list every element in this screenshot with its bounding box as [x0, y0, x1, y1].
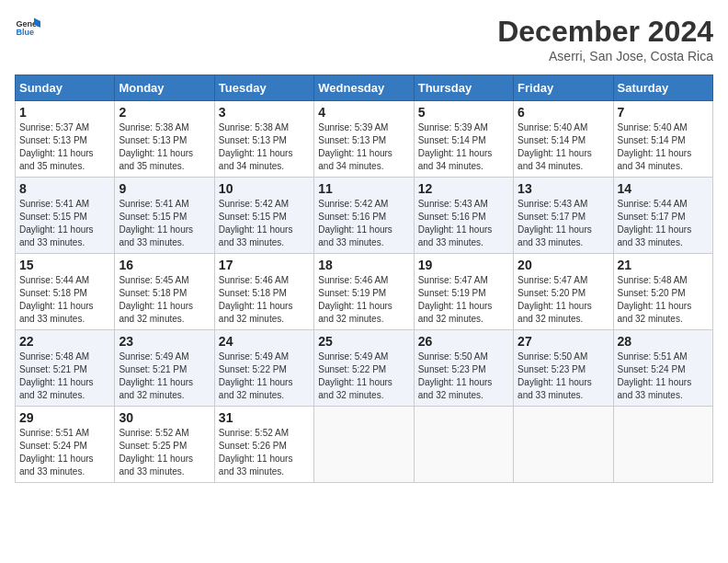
day-info: Sunrise: 5:46 AM Sunset: 5:18 PM Dayligh…: [219, 274, 310, 326]
day-number: 24: [219, 334, 310, 349]
day-number: 27: [518, 334, 609, 349]
calendar-cell: 22Sunrise: 5:48 AM Sunset: 5:21 PM Dayli…: [16, 330, 115, 407]
day-number: 3: [219, 105, 310, 120]
day-number: 17: [219, 258, 310, 272]
calendar-cell: 10Sunrise: 5:42 AM Sunset: 5:15 PM Dayli…: [214, 178, 313, 254]
month-title: December 2024: [497, 15, 713, 49]
day-number: 8: [19, 181, 110, 196]
calendar-cell: 30Sunrise: 5:52 AM Sunset: 5:25 PM Dayli…: [115, 407, 214, 483]
location-subtitle: Aserri, San Jose, Costa Rica: [497, 49, 713, 63]
day-number: 19: [418, 258, 509, 272]
day-number: 13: [518, 181, 609, 196]
calendar-row: 8Sunrise: 5:41 AM Sunset: 5:15 PM Daylig…: [16, 178, 713, 254]
page-header: General Blue December 2024 Aserri, San J…: [15, 15, 713, 63]
day-info: Sunrise: 5:38 AM Sunset: 5:13 PM Dayligh…: [219, 121, 310, 173]
logo: General Blue: [15, 15, 40, 40]
day-info: Sunrise: 5:39 AM Sunset: 5:14 PM Dayligh…: [418, 121, 509, 173]
calendar-cell: 26Sunrise: 5:50 AM Sunset: 5:23 PM Dayli…: [414, 330, 513, 407]
day-number: 12: [418, 181, 509, 196]
day-number: 23: [119, 334, 210, 349]
calendar-cell: 13Sunrise: 5:43 AM Sunset: 5:17 PM Dayli…: [514, 178, 613, 254]
calendar-row: 1Sunrise: 5:37 AM Sunset: 5:13 PM Daylig…: [16, 101, 713, 178]
calendar-cell: 4Sunrise: 5:39 AM Sunset: 5:13 PM Daylig…: [314, 101, 414, 178]
day-number: 25: [318, 334, 409, 349]
day-info: Sunrise: 5:40 AM Sunset: 5:14 PM Dayligh…: [618, 121, 709, 173]
calendar-cell: 16Sunrise: 5:45 AM Sunset: 5:18 PM Dayli…: [115, 254, 214, 330]
day-number: 1: [19, 105, 110, 120]
calendar-cell: 7Sunrise: 5:40 AM Sunset: 5:14 PM Daylig…: [613, 101, 712, 178]
day-info: Sunrise: 5:49 AM Sunset: 5:21 PM Dayligh…: [119, 350, 210, 402]
day-info: Sunrise: 5:44 AM Sunset: 5:18 PM Dayligh…: [19, 274, 110, 326]
calendar-table: SundayMondayTuesdayWednesdayThursdayFrid…: [15, 75, 713, 483]
title-block: December 2024 Aserri, San Jose, Costa Ri…: [497, 15, 713, 63]
day-number: 29: [19, 410, 110, 425]
day-info: Sunrise: 5:45 AM Sunset: 5:18 PM Dayligh…: [119, 274, 210, 326]
day-info: Sunrise: 5:48 AM Sunset: 5:20 PM Dayligh…: [618, 274, 709, 326]
header-day: Saturday: [613, 75, 712, 101]
calendar-cell: 14Sunrise: 5:44 AM Sunset: 5:17 PM Dayli…: [613, 178, 712, 254]
calendar-cell: 17Sunrise: 5:46 AM Sunset: 5:18 PM Dayli…: [214, 254, 313, 330]
calendar-cell: [414, 407, 513, 483]
calendar-cell: 28Sunrise: 5:51 AM Sunset: 5:24 PM Dayli…: [613, 330, 712, 407]
day-number: 2: [119, 105, 210, 120]
day-info: Sunrise: 5:46 AM Sunset: 5:19 PM Dayligh…: [318, 274, 409, 326]
calendar-cell: 25Sunrise: 5:49 AM Sunset: 5:22 PM Dayli…: [314, 330, 414, 407]
day-info: Sunrise: 5:40 AM Sunset: 5:14 PM Dayligh…: [518, 121, 609, 173]
day-number: 30: [119, 410, 210, 425]
calendar-cell: 11Sunrise: 5:42 AM Sunset: 5:16 PM Dayli…: [314, 178, 414, 254]
day-number: 14: [618, 181, 709, 196]
calendar-cell: 3Sunrise: 5:38 AM Sunset: 5:13 PM Daylig…: [214, 101, 313, 178]
day-info: Sunrise: 5:52 AM Sunset: 5:26 PM Dayligh…: [219, 427, 310, 478]
day-number: 22: [19, 334, 110, 349]
calendar-row: 29Sunrise: 5:51 AM Sunset: 5:24 PM Dayli…: [16, 407, 713, 483]
day-info: Sunrise: 5:43 AM Sunset: 5:16 PM Dayligh…: [418, 198, 509, 249]
day-info: Sunrise: 5:38 AM Sunset: 5:13 PM Dayligh…: [119, 121, 210, 173]
header-day: Sunday: [16, 75, 115, 101]
day-number: 18: [318, 258, 409, 272]
calendar-cell: 27Sunrise: 5:50 AM Sunset: 5:23 PM Dayli…: [514, 330, 613, 407]
calendar-cell: 9Sunrise: 5:41 AM Sunset: 5:15 PM Daylig…: [115, 178, 214, 254]
day-number: 28: [618, 334, 709, 349]
day-info: Sunrise: 5:44 AM Sunset: 5:17 PM Dayligh…: [618, 198, 709, 249]
day-number: 6: [518, 105, 609, 120]
day-info: Sunrise: 5:42 AM Sunset: 5:15 PM Dayligh…: [219, 198, 310, 249]
day-info: Sunrise: 5:48 AM Sunset: 5:21 PM Dayligh…: [19, 350, 110, 402]
day-info: Sunrise: 5:50 AM Sunset: 5:23 PM Dayligh…: [418, 350, 509, 402]
day-number: 21: [618, 258, 709, 272]
calendar-cell: 8Sunrise: 5:41 AM Sunset: 5:15 PM Daylig…: [16, 178, 115, 254]
day-info: Sunrise: 5:52 AM Sunset: 5:25 PM Dayligh…: [119, 427, 210, 478]
day-info: Sunrise: 5:41 AM Sunset: 5:15 PM Dayligh…: [19, 198, 110, 249]
day-number: 31: [219, 410, 310, 425]
calendar-cell: 2Sunrise: 5:38 AM Sunset: 5:13 PM Daylig…: [115, 101, 214, 178]
calendar-cell: 6Sunrise: 5:40 AM Sunset: 5:14 PM Daylig…: [514, 101, 613, 178]
day-number: 9: [119, 181, 210, 196]
header-day: Monday: [115, 75, 214, 101]
header-day: Tuesday: [214, 75, 313, 101]
header-day: Wednesday: [314, 75, 414, 101]
day-info: Sunrise: 5:50 AM Sunset: 5:23 PM Dayligh…: [518, 350, 609, 402]
day-number: 11: [318, 181, 409, 196]
calendar-cell: 19Sunrise: 5:47 AM Sunset: 5:19 PM Dayli…: [414, 254, 513, 330]
day-info: Sunrise: 5:47 AM Sunset: 5:19 PM Dayligh…: [418, 274, 509, 326]
day-number: 7: [618, 105, 709, 120]
calendar-cell: 31Sunrise: 5:52 AM Sunset: 5:26 PM Dayli…: [214, 407, 313, 483]
header-row: SundayMondayTuesdayWednesdayThursdayFrid…: [16, 75, 713, 101]
calendar-cell: 12Sunrise: 5:43 AM Sunset: 5:16 PM Dayli…: [414, 178, 513, 254]
day-info: Sunrise: 5:39 AM Sunset: 5:13 PM Dayligh…: [318, 121, 409, 173]
calendar-cell: 5Sunrise: 5:39 AM Sunset: 5:14 PM Daylig…: [414, 101, 513, 178]
calendar-cell: 24Sunrise: 5:49 AM Sunset: 5:22 PM Dayli…: [214, 330, 313, 407]
calendar-cell: 15Sunrise: 5:44 AM Sunset: 5:18 PM Dayli…: [16, 254, 115, 330]
calendar-cell: 21Sunrise: 5:48 AM Sunset: 5:20 PM Dayli…: [613, 254, 712, 330]
calendar-row: 15Sunrise: 5:44 AM Sunset: 5:18 PM Dayli…: [16, 254, 713, 330]
day-number: 5: [418, 105, 509, 120]
svg-text:Blue: Blue: [16, 28, 34, 37]
calendar-cell: 23Sunrise: 5:49 AM Sunset: 5:21 PM Dayli…: [115, 330, 214, 407]
day-number: 15: [19, 258, 110, 272]
calendar-cell: [613, 407, 712, 483]
day-number: 20: [518, 258, 609, 272]
day-info: Sunrise: 5:41 AM Sunset: 5:15 PM Dayligh…: [119, 198, 210, 249]
calendar-cell: [314, 407, 414, 483]
calendar-row: 22Sunrise: 5:48 AM Sunset: 5:21 PM Dayli…: [16, 330, 713, 407]
header-day: Friday: [514, 75, 613, 101]
header-day: Thursday: [414, 75, 513, 101]
